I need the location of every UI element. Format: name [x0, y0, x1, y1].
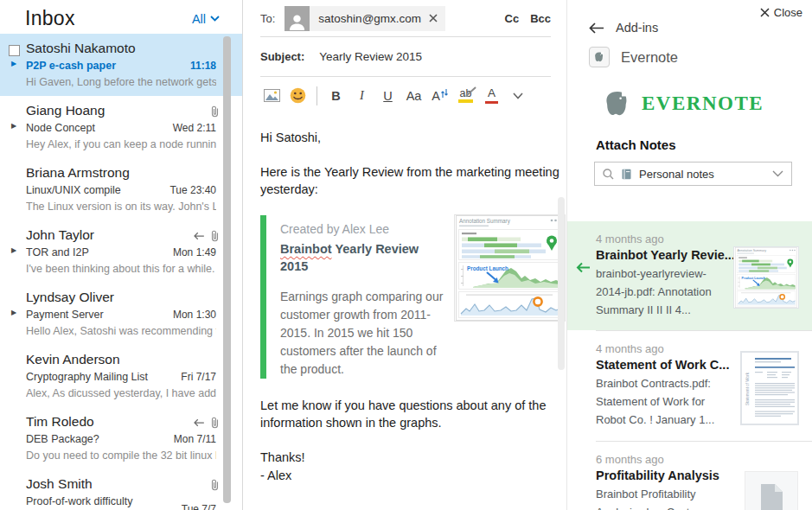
underline-button[interactable]: U [376, 85, 400, 107]
chevron-down-icon [513, 92, 523, 99]
reply-arrow-icon [193, 418, 205, 427]
quote-text: Earnings graph comparing our customer gr… [280, 288, 444, 379]
compose-scrollbar[interactable] [558, 197, 565, 370]
note-desc: brainbot-yearlyreview-2014-jb.pdf: Annot… [596, 265, 732, 319]
highlight-color-swatch [458, 99, 473, 103]
attach-notes-heading: Attach Notes [567, 119, 812, 162]
inbox-filter-dropdown[interactable]: All [192, 12, 220, 26]
paperclip-icon [211, 105, 219, 118]
email-subject: Cryptography Mailing List [26, 370, 148, 385]
note-title: Statement of Work C... [596, 358, 732, 372]
to-label: To: [260, 12, 275, 25]
remove-recipient-button[interactable] [429, 14, 445, 22]
insert-picture-button[interactable] [260, 85, 284, 107]
font-size-label: A [432, 89, 440, 103]
notebook-icon [621, 169, 632, 180]
note-chart-thumbnail [734, 247, 798, 308]
more-formatting-button[interactable] [506, 85, 529, 107]
email-subject: Payment Server [26, 308, 104, 322]
email-time: Fri 7/17 [181, 370, 216, 385]
inbox-title: Inbox [25, 7, 75, 30]
insert-emoji-button[interactable] [286, 85, 310, 107]
paperclip-icon [211, 417, 219, 429]
notebook-search-select[interactable]: Personal notes [594, 162, 792, 186]
email-time: 11:18 [190, 59, 216, 73]
email-list-item[interactable]: John Taylor TOR and I2P Mon 1:49 ▶ I've … [0, 220, 242, 283]
bcc-button[interactable]: Bcc [530, 12, 551, 25]
email-time: Mon 1:49 [173, 245, 216, 260]
expand-arrow-icon[interactable]: ▶ [11, 246, 16, 254]
close-addins-button[interactable]: Close [760, 6, 802, 19]
highlight-button[interactable]: ab [454, 85, 477, 107]
evernote-app-icon [589, 47, 610, 67]
subject-input[interactable]: Yearly Review 2015 [319, 50, 422, 63]
notebook-filter-value: Personal notes [639, 168, 714, 181]
sender-name: Giang Hoang [26, 102, 216, 119]
body-closing: Thanks! [260, 449, 565, 467]
expand-arrow-icon[interactable]: ▶ [11, 60, 16, 67]
subject-row[interactable]: Subject: Yearly Review 2015 [260, 37, 551, 76]
inbox-header: Inbox All [0, 0, 242, 34]
email-preview: Hi Gaven, Long before the network gets..… [26, 75, 216, 90]
close-icon [760, 8, 770, 17]
email-list-item[interactable]: Josh Smith Proof-of-work difficulty incr… [0, 469, 242, 510]
email-time: Mon 7/11 [174, 432, 216, 447]
email-time: Tue 23:40 [169, 183, 216, 198]
email-list-scrollbar[interactable] [223, 36, 231, 503]
file-icon [760, 483, 783, 510]
body-para1: Here is the Yearly Review from the marke… [260, 163, 565, 199]
email-subject: TOR and I2P [26, 245, 89, 260]
email-list-item[interactable]: Giang Hoang Node Concept Wed 2:11 ▶ Hey … [0, 96, 242, 158]
chevron-down-icon [210, 16, 220, 22]
note-thumb [745, 468, 798, 510]
expand-arrow-icon[interactable]: ▶ [11, 309, 16, 316]
compose-pane: To: satoshin@gmx.com Cc Bcc Subject: Yea… [243, 0, 566, 510]
italic-button[interactable]: I [350, 85, 374, 107]
paperclip-icon [211, 230, 219, 242]
inbox-filter-label: All [192, 12, 206, 26]
size-arrows-icon [441, 88, 448, 99]
font-size-button[interactable]: A [428, 85, 451, 107]
note-document-thumbnail: Statement of Work [741, 352, 798, 424]
note-time: 4 months ago [596, 342, 732, 355]
note-card[interactable]: 6 months ago Profitability Analysis Brai… [567, 442, 812, 510]
email-preview: Hey Alex, if you can keep a node running… [26, 137, 216, 152]
chevron-down-icon [772, 170, 783, 177]
font-color-button[interactable]: A [480, 85, 503, 107]
recipient-email: satoshin@gmx.com [310, 12, 429, 25]
email-checkbox[interactable] [9, 45, 20, 56]
mail-app-window: Inbox All Satoshi Nakamoto P2P e-cash pa… [0, 0, 812, 510]
email-list-item[interactable]: Satoshi Nakamoto P2P e-cash paper 11:18 … [0, 34, 242, 96]
paperclip-icon [211, 479, 219, 491]
email-preview: I've been thinking about this for a whil… [26, 262, 216, 277]
smiley-icon [290, 87, 306, 104]
addin-app-row: Evernote [567, 35, 812, 67]
expand-arrow-icon[interactable]: ▶ [11, 122, 16, 130]
sender-name: Tim Roledo [26, 413, 216, 430]
font-color-label: A [488, 87, 496, 99]
back-button[interactable] [589, 22, 604, 34]
evernote-logo-text: EVERNOTE [642, 92, 764, 115]
note-thumb: Statement of Work [741, 357, 798, 429]
body-para2: Let me know if you have questions about … [260, 397, 565, 432]
close-label: Close [774, 6, 802, 19]
elephant-icon [593, 51, 605, 63]
bold-button[interactable]: B [324, 85, 348, 107]
recipient-chip[interactable]: satoshin@gmx.com [285, 6, 445, 31]
email-list: Satoshi Nakamoto P2P e-cash paper 11:18 … [0, 34, 242, 510]
email-time: Mon 1:30 [173, 308, 216, 322]
email-preview: Hello Alex, Satoshi was recommending th … [26, 324, 216, 339]
to-row: To: satoshin@gmx.com Cc Bcc [260, 0, 551, 36]
note-title: Brainbot Yearly Revie... [596, 248, 732, 262]
email-subject: DEB Package? [26, 432, 99, 447]
message-body-editor[interactable]: Hi Satoshi, Here is the Yearly Review fr… [260, 114, 565, 484]
email-list-item[interactable]: Tim Roledo DEB Package? Mon 7/11 Do you … [0, 407, 242, 469]
cc-button[interactable]: Cc [505, 12, 520, 25]
email-list-item[interactable]: Kevin Anderson Cryptography Mailing List… [0, 345, 242, 407]
typeface-button[interactable]: Aa [402, 85, 425, 107]
note-card[interactable]: 4 months ago Statement of Work C... Brai… [567, 331, 812, 440]
email-list-item[interactable]: Lyndsay Oliver Payment Server Mon 1:30 ▶… [0, 283, 242, 345]
email-list-item[interactable]: Briana Armstrong Linux/UNIX compile Tue … [0, 158, 242, 220]
note-card[interactable]: 4 months ago Brainbot Yearly Revie... br… [567, 221, 812, 330]
doc-thumb-label: Statement of Work [745, 373, 750, 406]
